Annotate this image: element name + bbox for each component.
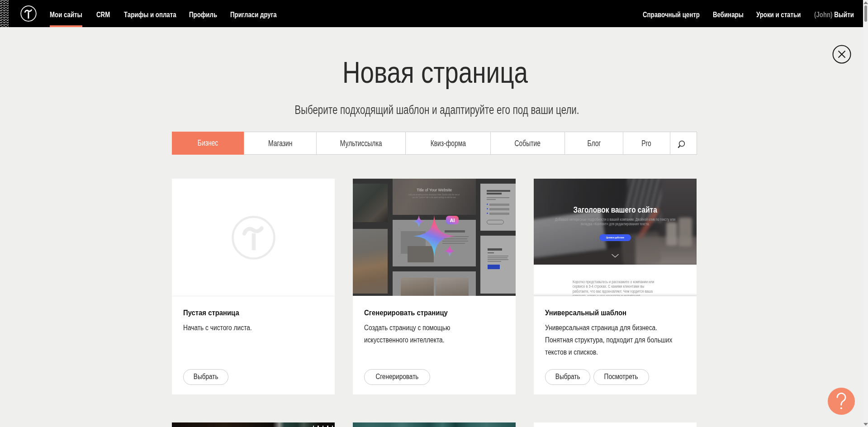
svg-text:AI: AI xyxy=(450,218,455,223)
